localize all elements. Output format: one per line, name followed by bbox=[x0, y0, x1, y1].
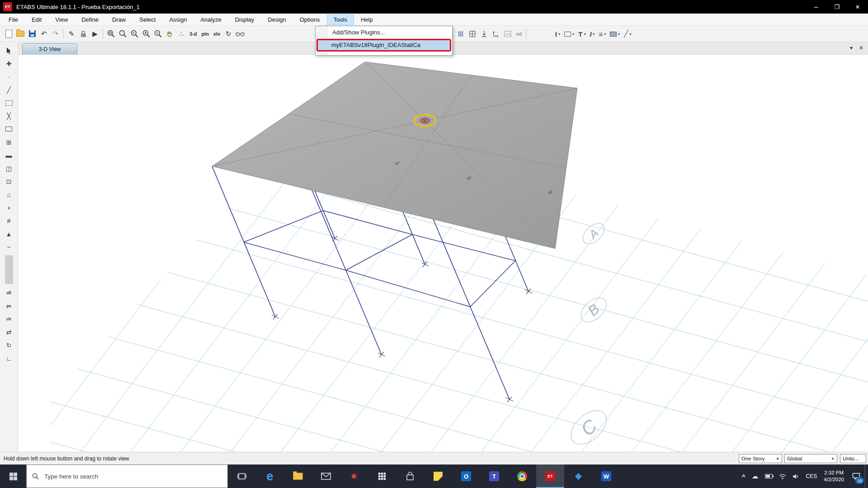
section-i-beam-button[interactable]: I▾ bbox=[555, 30, 560, 38]
taskbar-photos-icon[interactable] bbox=[564, 465, 592, 488]
volume-icon[interactable] bbox=[789, 465, 803, 488]
section-wall-button[interactable]: ▾ bbox=[610, 32, 620, 37]
chevron-down-icon[interactable]: ▾ bbox=[572, 32, 574, 36]
restore-full-view-icon[interactable] bbox=[117, 28, 128, 40]
section-column-button[interactable]: I▾ bbox=[590, 30, 594, 38]
previous-selection-button[interactable]: ps bbox=[3, 300, 15, 312]
section-draw-button[interactable]: ╱▾ bbox=[624, 30, 631, 38]
menu-item-idea-statica-plugin[interactable]: myETABSv18PlugIn_IDEAStatiCa bbox=[316, 39, 451, 52]
invert-selection-icon[interactable]: ⇄ bbox=[3, 326, 15, 338]
draw-grid-icon[interactable]: # bbox=[3, 215, 15, 227]
object-snap-icon[interactable]: ∴ bbox=[175, 28, 187, 40]
menu-design[interactable]: Design bbox=[261, 14, 292, 25]
zoom-in-icon[interactable] bbox=[140, 28, 152, 40]
chevron-down-icon[interactable]: ▾ bbox=[558, 32, 560, 36]
plan-view-button[interactable]: pln bbox=[199, 31, 212, 37]
taskbar-clock[interactable]: 2:32 PM 4/2/2020 bbox=[820, 469, 848, 483]
draw-reference-point-icon[interactable]: + bbox=[3, 202, 15, 214]
taskbar-sticky-notes-icon[interactable] bbox=[424, 465, 452, 488]
taskbar-search[interactable] bbox=[26, 465, 228, 488]
zoom-out-icon[interactable] bbox=[152, 28, 164, 40]
menu-view[interactable]: View bbox=[48, 14, 75, 25]
show-desktop-button[interactable] bbox=[865, 465, 868, 488]
action-center-icon[interactable]: 19 bbox=[848, 465, 865, 488]
reshape-object-icon[interactable]: ✚ bbox=[3, 57, 15, 70]
task-view-button[interactable] bbox=[228, 465, 256, 488]
menu-file[interactable]: File bbox=[2, 14, 25, 25]
maximize-button[interactable]: ❐ bbox=[826, 0, 847, 14]
chevron-down-icon[interactable]: ▾ bbox=[584, 32, 585, 36]
minimize-button[interactable]: ─ bbox=[806, 0, 826, 14]
elevation-view-button[interactable]: elv bbox=[211, 31, 222, 37]
rubber-band-zoom-icon[interactable] bbox=[105, 28, 117, 40]
tab-3d-view[interactable]: 3-D View bbox=[22, 43, 77, 55]
close-button[interactable]: ✕ bbox=[847, 0, 868, 14]
taskbar-chrome-icon[interactable] bbox=[508, 465, 536, 488]
previous-zoom-icon[interactable] bbox=[128, 28, 140, 40]
taskbar-edge-icon[interactable]: e bbox=[256, 465, 284, 488]
redo-icon[interactable]: ↷ bbox=[50, 28, 61, 40]
taskbar-outlook-icon[interactable]: O bbox=[452, 465, 480, 488]
start-button[interactable] bbox=[0, 465, 26, 488]
taskbar-mail-icon[interactable] bbox=[312, 465, 340, 488]
network-icon[interactable] bbox=[776, 465, 789, 488]
menu-edit[interactable]: Edit bbox=[25, 14, 48, 25]
menu-draw[interactable]: Draw bbox=[105, 14, 132, 25]
save-model-icon[interactable] bbox=[26, 28, 38, 40]
edit-pencil-icon[interactable]: ✎ bbox=[66, 28, 77, 40]
draw-dimension-icon[interactable]: ~ bbox=[3, 241, 15, 253]
menu-item-add-show-plugins[interactable]: Add/Show Plugins... bbox=[316, 26, 452, 38]
battery-icon[interactable] bbox=[762, 465, 776, 488]
model-3d-view[interactable]: A B C bbox=[18, 55, 868, 452]
chevron-down-icon[interactable]: ▾ bbox=[604, 32, 606, 36]
select-all-button[interactable]: all bbox=[3, 286, 15, 299]
draw-joint-icon[interactable]: ∙ bbox=[3, 70, 15, 83]
section-frame-button[interactable]: ▾ bbox=[564, 32, 574, 37]
plumb-line-icon[interactable] bbox=[478, 28, 490, 40]
perspective-toggle-icon[interactable] bbox=[234, 28, 246, 40]
units-button[interactable]: Units... bbox=[840, 454, 866, 463]
pan-hand-icon[interactable] bbox=[164, 28, 175, 40]
select-pointer-icon[interactable] bbox=[3, 44, 15, 56]
rotate-view-icon[interactable]: ↻ bbox=[222, 28, 234, 40]
taskbar-pinned-app-icon[interactable] bbox=[340, 465, 368, 488]
draw-opening-icon[interactable]: ⊡ bbox=[3, 175, 15, 188]
chevron-down-icon[interactable]: ▾ bbox=[618, 32, 620, 36]
menu-tools[interactable]: Tools bbox=[327, 14, 354, 25]
draw-door-icon[interactable]: ⌂ bbox=[3, 188, 15, 201]
draw-wall-icon[interactable]: ▬ bbox=[3, 149, 15, 161]
draw-floor-icon[interactable] bbox=[3, 123, 15, 135]
tab-list-chevron-icon[interactable]: ▾ bbox=[850, 45, 853, 51]
axes-icon[interactable] bbox=[490, 28, 502, 40]
menu-assign[interactable]: Assign bbox=[162, 14, 193, 25]
nd-label[interactable]: nd bbox=[514, 31, 524, 37]
taskbar-word-icon[interactable]: W bbox=[592, 465, 620, 488]
menu-define[interactable]: Define bbox=[75, 14, 105, 25]
toolbar-scroll-region[interactable] bbox=[5, 255, 13, 284]
grid-options-icon[interactable] bbox=[455, 28, 467, 40]
menu-options[interactable]: Options bbox=[293, 14, 327, 25]
quick-draw-floor-icon[interactable]: ⊞ bbox=[3, 136, 15, 148]
open-model-icon[interactable] bbox=[14, 28, 26, 40]
quick-draw-braces-icon[interactable]: ╳ bbox=[3, 110, 15, 122]
story-view-icon[interactable] bbox=[467, 28, 478, 40]
quick-draw-wall-icon[interactable]: ◫ bbox=[3, 162, 15, 174]
menu-help[interactable]: Help bbox=[354, 14, 380, 25]
tray-expand-icon[interactable]: ^ bbox=[739, 465, 749, 488]
section-deck-button[interactable]: ≡▾ bbox=[599, 30, 606, 38]
extrude-icon[interactable]: ▲ bbox=[3, 228, 15, 240]
undo-icon[interactable]: ↶ bbox=[38, 28, 50, 40]
taskbar-store-icon[interactable] bbox=[396, 465, 424, 488]
clear-selection-button[interactable]: clr bbox=[3, 313, 15, 325]
tab-close-icon[interactable]: ✕ bbox=[859, 45, 863, 51]
view-3d-button[interactable]: 3-d bbox=[187, 31, 199, 37]
menu-select[interactable]: Select bbox=[132, 14, 162, 25]
coordinate-system-selector[interactable]: Global▼ bbox=[784, 454, 837, 463]
taskbar-calculator-icon[interactable] bbox=[368, 465, 396, 488]
chevron-down-icon[interactable]: ▾ bbox=[593, 32, 595, 36]
lock-model-icon[interactable] bbox=[77, 28, 89, 40]
search-input[interactable] bbox=[43, 473, 222, 480]
onedrive-cloud-icon[interactable]: ☁ bbox=[749, 465, 762, 488]
background-image-icon[interactable] bbox=[502, 28, 514, 40]
language-indicator[interactable]: CES bbox=[803, 465, 821, 488]
